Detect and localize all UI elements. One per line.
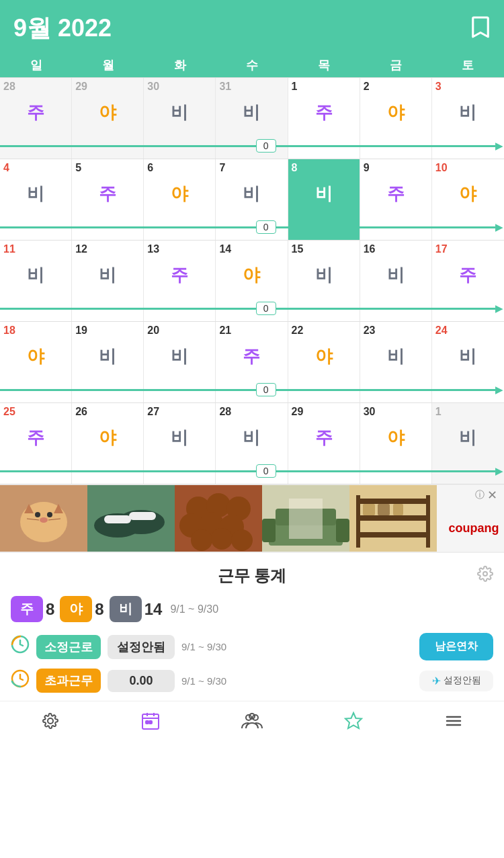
day-2-sep[interactable]: 2 야 — [360, 78, 432, 159]
day-5-sep[interactable]: 5 주 — [72, 159, 144, 240]
svg-point-24 — [231, 529, 253, 551]
ad-brand-section: ⓘ ✕ coupang — [437, 485, 504, 552]
sojung-range: 9/1 ~ 9/30 — [181, 641, 226, 652]
svg-rect-14 — [129, 512, 156, 520]
nav-menu[interactable] — [444, 711, 464, 731]
day-1-oct[interactable]: 1 비 — [432, 403, 504, 484]
day-header-fri: 금 — [360, 57, 432, 73]
plane-icon: ✈ — [432, 675, 441, 687]
bi-tag: 비 — [110, 596, 142, 622]
day-31-aug[interactable]: 31 비 — [216, 78, 288, 159]
calendar-grid: 28 주 29 야 30 비 31 비 1 주 2 야 — [0, 77, 504, 484]
sojung-value: 설정안됨 — [108, 635, 175, 659]
stats-settings-icon[interactable] — [477, 566, 493, 586]
day-10-sep[interactable]: 10 야 — [432, 159, 504, 240]
day-7-sep[interactable]: 7 비 — [216, 159, 288, 240]
svg-rect-39 — [393, 504, 403, 515]
day-17-sep[interactable]: 17 주 — [432, 241, 504, 321]
svg-rect-30 — [289, 499, 323, 539]
bi-count: 14 — [144, 600, 163, 619]
ad-images — [0, 485, 437, 552]
ju-count: 8 — [46, 600, 54, 619]
svg-point-52 — [249, 714, 255, 719]
week-row-4: 18 야 19 비 20 비 21 주 22 야 23 비 — [0, 322, 504, 403]
day-12-sep[interactable]: 12 비 — [72, 241, 144, 321]
svg-point-2 — [29, 502, 58, 529]
day-22-sep[interactable]: 22 야 — [288, 322, 360, 402]
day-23-sep[interactable]: 23 비 — [360, 322, 432, 402]
svg-rect-29 — [336, 519, 349, 542]
ya-tag: 야 — [60, 596, 92, 622]
day-21-sep[interactable]: 21 주 — [216, 322, 288, 402]
svg-rect-32 — [356, 499, 430, 504]
day-headers-row: 일 월 화 수 목 금 토 — [0, 54, 504, 77]
sojung-label: 소정근로 — [36, 635, 101, 659]
day-28-sep[interactable]: 28 비 — [216, 403, 288, 484]
day-20-sep[interactable]: 20 비 — [144, 322, 216, 402]
ad-image-5 — [349, 485, 437, 552]
chogwa-row: 초과근무 0.00 9/1 ~ 9/30 ✈ 설정안됨 — [11, 669, 493, 693]
nav-star[interactable] — [343, 711, 364, 731]
day-26-sep[interactable]: 26 야 — [72, 403, 144, 484]
day-16-sep[interactable]: 16 비 — [360, 241, 432, 321]
day-6-sep[interactable]: 6 야 — [144, 159, 216, 240]
stats-title-row: 근무 통계 — [11, 565, 493, 587]
day-30-sep[interactable]: 30 야 — [360, 403, 432, 484]
ya-count: 8 — [95, 600, 103, 619]
bookmark-icon[interactable] — [470, 15, 491, 42]
day-24-sep[interactable]: 24 비 — [432, 322, 504, 402]
day-11-sep[interactable]: 11 비 — [0, 241, 72, 321]
day-30-aug[interactable]: 30 비 — [144, 78, 216, 159]
day-header-sat: 토 — [432, 57, 504, 73]
day-1-sep[interactable]: 1 주 — [288, 78, 360, 159]
day-29-sep[interactable]: 29 주 — [288, 403, 360, 484]
svg-point-40 — [483, 572, 487, 576]
day-19-sep[interactable]: 19 비 — [72, 322, 144, 402]
svg-marker-53 — [345, 713, 362, 728]
week-row-1: 28 주 29 야 30 비 31 비 1 주 2 야 — [0, 78, 504, 159]
ju-badge: 주 8 — [11, 596, 54, 622]
chogwa-label: 초과근무 — [36, 669, 101, 693]
day-18-sep[interactable]: 18 야 — [0, 322, 72, 402]
ad-image-1 — [0, 485, 87, 552]
day-28-aug[interactable]: 28 주 — [0, 78, 72, 159]
sojung-clock-icon — [11, 635, 30, 658]
nav-calendar[interactable] — [140, 711, 161, 731]
day-25-sep[interactable]: 25 주 — [0, 403, 72, 484]
stats-title: 근무 통계 — [218, 565, 287, 587]
vacation-setting-button[interactable]: ✈ 설정안됨 — [419, 671, 493, 691]
week-row-3: 11 비 12 비 13 주 14 야 15 비 16 비 — [0, 241, 504, 322]
svg-point-5 — [35, 512, 40, 517]
ad-image-4 — [262, 485, 349, 552]
day-3-sep[interactable]: 3 비 — [432, 78, 504, 159]
svg-rect-36 — [426, 495, 430, 548]
day-4-sep[interactable]: 4 비 — [0, 159, 72, 240]
svg-rect-37 — [363, 504, 375, 515]
coupang-logo: coupang — [449, 521, 499, 535]
ad-banner[interactable]: ⓘ ✕ coupang — [0, 484, 504, 552]
day-14-sep[interactable]: 14 야 — [216, 241, 288, 321]
day-8-sep-today[interactable]: 8 비 — [288, 159, 360, 240]
day-header-thu: 목 — [288, 57, 360, 73]
svg-point-51 — [253, 715, 258, 720]
ju-tag: 주 — [11, 596, 43, 622]
day-15-sep[interactable]: 15 비 — [288, 241, 360, 321]
day-header-sun: 일 — [0, 57, 72, 73]
ya-badge: 야 8 — [60, 596, 103, 622]
stats-section: 근무 통계 주 8 야 8 비 14 9/1 ~ 9/30 — [0, 552, 504, 701]
remaining-leave-button[interactable]: 남은연차 — [419, 633, 493, 660]
day-13-sep[interactable]: 13 주 — [144, 241, 216, 321]
nav-people[interactable] — [241, 711, 263, 731]
chogwa-range: 9/1 ~ 9/30 — [181, 675, 226, 687]
ad-close-button[interactable]: ⓘ ✕ — [475, 488, 497, 503]
day-27-sep[interactable]: 27 비 — [144, 403, 216, 484]
svg-point-6 — [47, 512, 52, 517]
stats-date-range: 9/1 ~ 9/30 — [170, 603, 218, 615]
day-29-aug[interactable]: 29 야 — [72, 78, 144, 159]
work-counts-row: 주 8 야 8 비 14 9/1 ~ 9/30 — [11, 596, 493, 622]
nav-settings[interactable] — [40, 711, 60, 731]
svg-rect-48 — [146, 721, 149, 724]
ad-image-3 — [175, 485, 262, 552]
bottom-nav — [0, 701, 504, 743]
day-9-sep[interactable]: 9 주 — [360, 159, 432, 240]
